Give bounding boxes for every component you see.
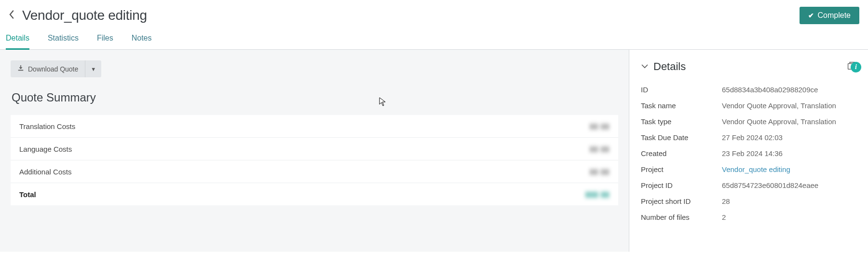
row-label: Language Costs — [19, 145, 72, 153]
complete-label: Complete — [818, 11, 851, 20]
tab-statistics[interactable]: Statistics — [48, 29, 79, 50]
detail-label: Created — [641, 149, 722, 158]
table-row: Additional Costs ▮▮ ▮▮ — [11, 160, 618, 183]
detail-value: 27 Feb 2024 02:03 — [722, 133, 783, 142]
tab-details[interactable]: Details — [6, 29, 29, 50]
detail-value: 23 Feb 2024 14:36 — [722, 149, 783, 158]
table-row: Translation Costs ▮▮ ▮▮ — [11, 115, 618, 138]
tabs: Details Statistics Files Notes — [0, 29, 868, 50]
detail-value: Vendor Quote Approval, Translation — [722, 117, 836, 126]
detail-label: Task Due Date — [641, 133, 722, 142]
row-label: Translation Costs — [19, 122, 75, 130]
row-value: ▮▮ ▮▮ — [590, 167, 610, 176]
detail-value: 28 — [722, 197, 730, 205]
download-label: Download Quote — [28, 65, 78, 73]
content: Download Quote ▼ Quote Summary Translati… — [0, 50, 868, 252]
detail-label: Task type — [641, 117, 722, 126]
detail-row: ID 65d8834a3b408a02988209ce — [641, 82, 856, 98]
table-row-total: Total ▮▮▮ ▮▮ — [11, 183, 618, 205]
complete-button[interactable]: ✔ Complete — [800, 7, 859, 24]
detail-value: Vendor Quote Approval, Translation — [722, 101, 836, 110]
table-row: Language Costs ▮▮ ▮▮ — [11, 138, 618, 160]
detail-label: Number of files — [641, 213, 722, 221]
tab-files[interactable]: Files — [97, 29, 113, 50]
detail-row: Project Vendor_quote editing — [641, 161, 856, 177]
detail-row: Created 23 Feb 2024 14:36 — [641, 145, 856, 161]
details-title: Details — [653, 60, 686, 73]
row-value: ▮▮ ▮▮ — [590, 144, 610, 153]
info-icon[interactable]: i — [851, 62, 861, 72]
download-icon — [17, 65, 24, 73]
chevron-down-icon[interactable] — [641, 62, 649, 71]
details-panel: Details i ID 65d8834a3b408a02988209ce Ta… — [629, 50, 868, 252]
main-column: Download Quote ▼ Quote Summary Translati… — [0, 50, 629, 252]
project-link[interactable]: Vendor_quote editing — [722, 165, 790, 173]
download-quote-caret[interactable]: ▼ — [85, 60, 101, 77]
copy-icon[interactable]: i — [846, 60, 856, 73]
detail-row: Task type Vendor Quote Approval, Transla… — [641, 114, 856, 129]
quote-summary-title: Quote Summary — [12, 91, 618, 104]
detail-row: Project ID 65d8754723e60801d824eaee — [641, 177, 856, 193]
total-value: ▮▮▮ ▮▮ — [585, 190, 610, 199]
header-left: Vendor_quote editing — [9, 8, 147, 23]
details-header-left: Details — [641, 60, 686, 73]
quote-summary-table: Translation Costs ▮▮ ▮▮ Language Costs ▮… — [11, 115, 618, 205]
detail-row: Project short ID 28 — [641, 193, 856, 209]
details-panel-header: Details i — [641, 60, 856, 73]
page-header: Vendor_quote editing ✔ Complete — [0, 0, 868, 29]
download-quote-group: Download Quote ▼ — [11, 60, 101, 77]
row-label: Additional Costs — [19, 168, 71, 176]
detail-row: Number of files 2 — [641, 209, 856, 225]
page-title: Vendor_quote editing — [22, 8, 147, 23]
detail-value: 65d8754723e60801d824eaee — [722, 181, 818, 189]
row-value: ▮▮ ▮▮ — [590, 122, 610, 130]
detail-row: Task Due Date 27 Feb 2024 02:03 — [641, 129, 856, 145]
tab-notes[interactable]: Notes — [132, 29, 152, 50]
detail-label: Task name — [641, 101, 722, 110]
detail-value: 65d8834a3b408a02988209ce — [722, 86, 818, 94]
check-icon: ✔ — [808, 12, 814, 19]
detail-label: ID — [641, 86, 722, 94]
detail-label: Project — [641, 165, 722, 173]
detail-row: Task name Vendor Quote Approval, Transla… — [641, 98, 856, 114]
download-quote-button[interactable]: Download Quote — [11, 60, 85, 77]
back-icon[interactable] — [9, 9, 15, 22]
total-label: Total — [19, 190, 36, 199]
detail-label: Project short ID — [641, 197, 722, 205]
detail-label: Project ID — [641, 181, 722, 189]
detail-value: 2 — [722, 213, 726, 221]
